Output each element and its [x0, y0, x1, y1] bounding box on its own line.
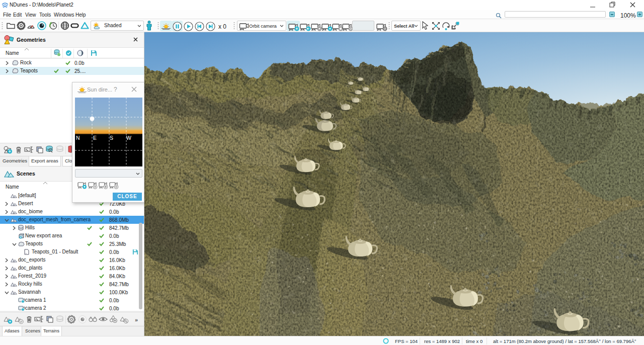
svg-text:N: N — [76, 135, 80, 141]
svg-text:E: E — [93, 135, 97, 141]
svg-text:S: S — [110, 135, 113, 141]
svg-text:W: W — [126, 135, 131, 141]
